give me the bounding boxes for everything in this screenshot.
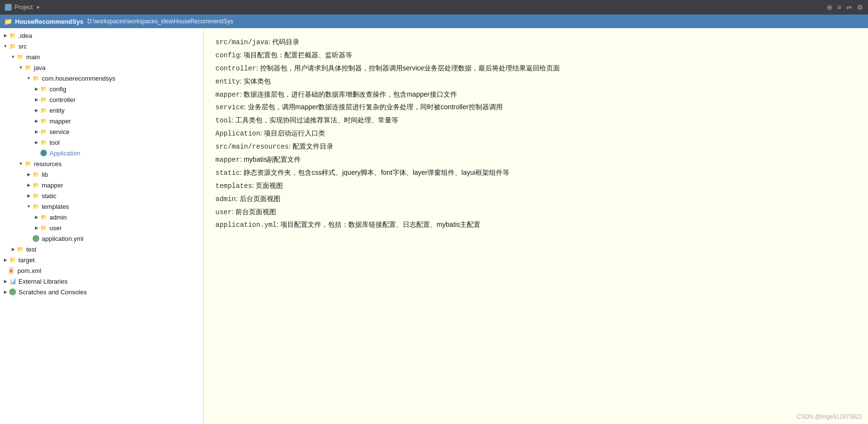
- tree-item-extlibs[interactable]: 📊 External Libraries: [0, 276, 203, 287]
- note-3: controller: 控制器包，用户请求到具体控制器，控制器调用service…: [215, 62, 856, 75]
- tree-item-resources[interactable]: 📁 resources: [0, 158, 203, 169]
- file-tree: 📁 .idea 📁 src 📁 main 📁 java 📁 com.houser…: [0, 28, 204, 424]
- arrow-service: [33, 128, 40, 135]
- arrow-test: [10, 246, 16, 253]
- folder-icon-mapper2: 📁: [32, 181, 40, 189]
- app-icon: [40, 149, 48, 157]
- tree-item-static[interactable]: 📁 static: [0, 190, 203, 201]
- label-static: static: [42, 192, 56, 200]
- label-service: service: [49, 128, 69, 136]
- tree-item-pom[interactable]: m pom.xml: [0, 265, 203, 276]
- tree-item-lib[interactable]: 📁 lib: [0, 169, 203, 180]
- arrow-scratches: [2, 288, 9, 295]
- note-12: templates: 页面视图: [215, 180, 856, 193]
- tree-item-templates[interactable]: 📁 templates: [0, 201, 203, 212]
- tree-item-test[interactable]: 📁 test: [0, 244, 203, 254]
- folder-icon-com: 📁: [32, 74, 40, 82]
- note-7: tool: 工具类包，实现协同过滤推荐算法、时间处理、常量等: [215, 114, 856, 127]
- tree-item-java[interactable]: 📁 java: [0, 62, 203, 73]
- label-controller: controller: [49, 96, 75, 103]
- note-15: application.yml: 项目配置文件，包括：数据库链接配置、日志配置、…: [215, 219, 856, 232]
- tree-item-main[interactable]: 📁 main: [0, 51, 203, 62]
- arrow-controller: [33, 96, 40, 103]
- folder-icon-templates: 📁: [32, 203, 40, 210]
- tree-item-mapper[interactable]: 📁 mapper: [0, 116, 203, 126]
- note-8: Application: 项目启动运行入口类: [215, 127, 856, 140]
- folder-icon-main: 📁: [16, 53, 24, 61]
- label-entity: entity: [49, 107, 65, 114]
- folder-icon-mapper: 📁: [40, 117, 48, 125]
- label-idea: .idea: [18, 32, 32, 39]
- arrows-icon[interactable]: ⇌: [846, 3, 852, 11]
- tree-item-com[interactable]: 📁 com.houserecommendsys: [0, 73, 203, 84]
- folder-icon-controller: 📁: [40, 96, 48, 103]
- arrow-idea: [2, 32, 9, 39]
- label-extlibs: External Libraries: [18, 278, 67, 285]
- tree-item-src[interactable]: 📁 src: [0, 41, 203, 51]
- tree-item-entity[interactable]: 📁 entity: [0, 105, 203, 116]
- label-appyml: application.yml: [42, 235, 83, 242]
- note-4: entity: 实体类包: [215, 75, 856, 88]
- arrow-user: [33, 224, 40, 231]
- tree-item-config[interactable]: 📁 config: [0, 84, 203, 94]
- title-label: Project: [15, 4, 33, 11]
- project-icon: [5, 4, 12, 11]
- scratches-icon: [9, 288, 16, 296]
- label-mapper2: mapper: [42, 182, 63, 189]
- arrow-main: [10, 53, 16, 60]
- title-bar-right: ⊕ ≡ ⇌ ⚙: [827, 3, 863, 11]
- label-java: java: [34, 64, 46, 71]
- folder-icon-resources: 📁: [24, 160, 32, 168]
- note-14: user: 前台页面视图: [215, 206, 856, 219]
- yaml-icon: [32, 235, 40, 242]
- lines-icon[interactable]: ≡: [837, 3, 841, 11]
- tree-item-scratches[interactable]: Scratches and Consoles: [0, 287, 203, 297]
- label-target: target: [18, 256, 34, 264]
- folder-icon-idea: 📁: [9, 32, 16, 39]
- label-scratches: Scratches and Consoles: [18, 288, 87, 296]
- arrow-app: [33, 150, 40, 156]
- label-admin: admin: [49, 214, 66, 221]
- note-11: static: 静态资源文件夹，包含css样式、jquery脚本、font字体、…: [215, 167, 856, 180]
- folder-icon-target: 📁: [9, 256, 16, 264]
- arrow-static: [25, 192, 32, 199]
- project-path: D:\workspaces\workspaces_idea\HouseRecom…: [87, 18, 233, 25]
- folder-icon-src: 📁: [9, 42, 16, 50]
- tree-item-controller[interactable]: 📁 controller: [0, 94, 203, 105]
- tree-item-user[interactable]: 📁 user: [0, 222, 203, 233]
- folder-icon-tool: 📁: [40, 138, 48, 146]
- label-resources: resources: [34, 160, 62, 168]
- main-content: 📁 .idea 📁 src 📁 main 📁 java 📁 com.houser…: [0, 28, 868, 424]
- arrow-mapper2: [25, 182, 32, 188]
- note-5: mapper: 数据连接层包，进行基础的数据库增删改查操作，包含mapper接口…: [215, 88, 856, 102]
- libs-icon: 📊: [9, 277, 16, 285]
- tree-item-appyml[interactable]: application.yml: [0, 233, 203, 244]
- arrow-appyml: [25, 235, 32, 242]
- arrow-resources: [17, 160, 24, 167]
- note-9: src/main/resources: 配置文件目录: [215, 140, 856, 153]
- arrow-com: [25, 75, 32, 82]
- tree-item-idea[interactable]: 📁 .idea: [0, 30, 203, 41]
- label-templates: templates: [42, 203, 69, 210]
- tree-item-target[interactable]: 📁 target: [0, 254, 203, 265]
- tree-item-application[interactable]: Application: [0, 148, 203, 158]
- title-bar: Project ▼ ⊕ ≡ ⇌ ⚙: [0, 0, 868, 15]
- tree-item-mapper2[interactable]: 📁 mapper: [0, 180, 203, 190]
- arrow-config: [33, 85, 40, 92]
- tree-item-tool[interactable]: 📁 tool: [0, 137, 203, 148]
- globe-icon[interactable]: ⊕: [827, 3, 833, 11]
- tree-item-service[interactable]: 📁 service: [0, 126, 203, 137]
- folder-icon-java: 📁: [24, 64, 32, 71]
- label-user: user: [49, 224, 62, 232]
- title-bar-left: Project ▼: [5, 4, 40, 11]
- label-src: src: [18, 43, 27, 50]
- arrow-extlibs: [2, 278, 9, 285]
- folder-icon-lib: 📁: [32, 170, 40, 178]
- arrow-target: [2, 256, 9, 263]
- settings-icon[interactable]: ⚙: [857, 3, 863, 11]
- arrow-mapper: [33, 118, 40, 124]
- tree-item-admin[interactable]: 📁 admin: [0, 212, 203, 222]
- note-6: service: 业务层包，调用mapper数据连接层进行复杂的业务处理，同时被…: [215, 101, 856, 114]
- label-com: com.houserecommendsys: [42, 75, 115, 82]
- title-dropdown-icon[interactable]: ▼: [35, 5, 40, 10]
